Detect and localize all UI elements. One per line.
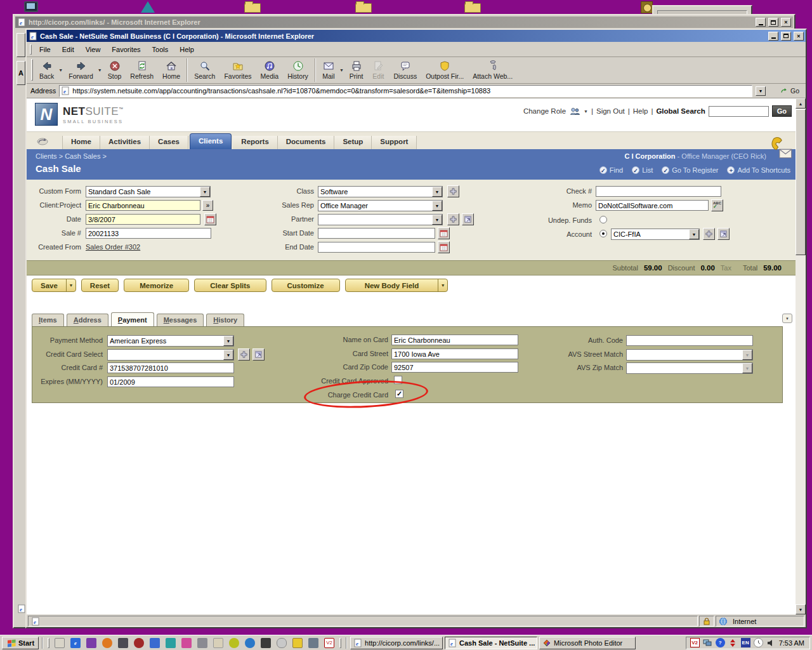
quick-launch-icon-clock[interactable] xyxy=(229,638,239,648)
quick-launch-icon-internet-explorer[interactable]: e xyxy=(70,638,81,648)
start-button[interactable]: Start xyxy=(2,637,39,649)
refresh-button[interactable]: Refresh xyxy=(126,57,158,83)
menu-tools[interactable]: Tools xyxy=(147,44,174,55)
desktop-folder-icon[interactable] xyxy=(464,3,481,13)
find-link[interactable]: ✓Find xyxy=(599,166,623,174)
sales-rep-select[interactable]: Office Manager▼ xyxy=(318,200,443,211)
help-link[interactable]: Help xyxy=(633,107,648,115)
quick-launch-icon-my-computer[interactable] xyxy=(308,638,318,648)
scroll-up-arrow[interactable]: ▲ xyxy=(796,98,806,109)
tray-help-icon[interactable]: ? xyxy=(716,638,725,647)
my-computer-desktop-icon[interactable] xyxy=(24,1,38,12)
save-dropdown-arrow[interactable]: ▼ xyxy=(66,279,75,291)
desktop-folder-icon[interactable] xyxy=(244,3,261,13)
go-to-register-link[interactable]: ✓Go To Register xyxy=(662,166,718,174)
avs-zip-match-select[interactable]: ▼ xyxy=(626,362,753,374)
partner-popup-button[interactable] xyxy=(462,213,474,225)
subtab-payment[interactable]: Payment xyxy=(111,312,154,327)
tab-documents[interactable]: Documents xyxy=(278,136,335,149)
partner-select[interactable]: ▼ xyxy=(318,214,443,225)
quick-launch-icon-firefox[interactable] xyxy=(102,638,112,648)
quick-launch-icon-window[interactable] xyxy=(150,638,160,648)
subtab-address[interactable]: Address xyxy=(67,314,108,327)
quick-launch-icon-tools[interactable] xyxy=(261,638,271,648)
maximize-button[interactable] xyxy=(781,32,791,41)
home-button[interactable]: Home xyxy=(158,57,185,83)
menu-favorites[interactable]: Favorites xyxy=(106,44,146,55)
client-project-input[interactable] xyxy=(86,200,200,211)
tray-antivirus-icon[interactable]: V2 xyxy=(690,638,700,647)
start-date-input[interactable] xyxy=(318,228,435,239)
address-dropdown-arrow[interactable]: ▼ xyxy=(756,86,766,96)
quick-launch-icon-folder[interactable] xyxy=(292,638,303,648)
reset-button[interactable]: Reset xyxy=(81,279,119,292)
forward-dropdown-arrow[interactable]: ▼ xyxy=(98,57,103,83)
end-date-input[interactable] xyxy=(318,242,435,253)
search-button[interactable]: Search xyxy=(190,57,219,83)
stop-button[interactable]: Stop xyxy=(103,57,126,83)
netsuite-logo-icon[interactable]: N xyxy=(35,103,58,126)
maximize-button[interactable] xyxy=(768,18,778,27)
tab-clients[interactable]: Clients xyxy=(190,133,232,149)
tray-updown-arrows-icon[interactable] xyxy=(728,638,738,647)
menu-help[interactable]: Help xyxy=(174,44,200,55)
quick-launch-icon-heart[interactable] xyxy=(134,638,144,648)
created-from-link[interactable]: Sales Order #302 xyxy=(86,243,140,251)
check-number-input[interactable] xyxy=(596,186,721,197)
taskbar-task-cash-sale[interactable]: e Cash Sale - NetSuite ... xyxy=(445,637,537,649)
credit-card-select[interactable]: ▼ xyxy=(107,349,234,361)
new-body-field-button[interactable]: New Body Field▼ xyxy=(345,279,449,292)
avs-street-match-select[interactable]: ▼ xyxy=(626,349,753,361)
scroll-down-arrow[interactable]: ▼ xyxy=(796,604,806,614)
tab-reports[interactable]: Reports xyxy=(233,136,277,149)
quick-launch-icon-messenger[interactable] xyxy=(245,638,255,648)
menu-edit[interactable]: Edit xyxy=(56,44,80,55)
tray-network-icon[interactable] xyxy=(703,638,712,647)
tab-support[interactable]: Support xyxy=(372,136,417,149)
back-button[interactable]: Back xyxy=(35,57,58,83)
add-to-shortcuts-link[interactable]: +Add To Shortcuts xyxy=(727,166,790,174)
back-dropdown-arrow[interactable]: ▼ xyxy=(58,57,64,83)
account-popup-button[interactable] xyxy=(717,228,730,240)
collapse-subtab-button[interactable]: ▼ xyxy=(782,314,792,323)
new-body-field-dropdown-arrow[interactable]: ▼ xyxy=(438,279,447,291)
change-role-link[interactable]: Change Role xyxy=(523,107,566,115)
address-input[interactable]: e https://system.netsuite.com/app/accoun… xyxy=(59,85,752,97)
desktop-clock-icon[interactable] xyxy=(641,1,653,13)
credit-card-number-input[interactable] xyxy=(107,362,234,373)
global-search-input[interactable] xyxy=(709,106,769,117)
history-button[interactable]: History xyxy=(283,57,313,83)
date-input[interactable] xyxy=(86,214,200,225)
menu-file[interactable]: File xyxy=(34,44,56,55)
tab-cases[interactable]: Cases xyxy=(150,136,188,149)
page-scrollbar[interactable]: ▲ ▼ xyxy=(796,98,806,614)
expires-input[interactable] xyxy=(107,376,234,387)
attach-web-button[interactable]: Attach Web... xyxy=(468,57,517,83)
go-button[interactable]: Go xyxy=(777,86,802,96)
desktop-icon-sail[interactable] xyxy=(141,1,155,13)
class-select[interactable]: Software▼ xyxy=(318,186,443,197)
minimize-button[interactable] xyxy=(756,18,766,27)
card-zip-input[interactable] xyxy=(391,362,518,373)
credit-card-add-button[interactable] xyxy=(238,348,250,361)
taskbar-task-photo-editor[interactable]: Microsoft Photo Editor xyxy=(539,637,636,649)
memo-spellcheck-button[interactable]: ABC✓ xyxy=(711,199,723,211)
sale-number-input[interactable] xyxy=(86,228,211,239)
titlebar[interactable]: e Cash Sale - NetSuite Small Business (C… xyxy=(27,30,806,42)
quick-launch-icon-computer[interactable] xyxy=(197,638,207,648)
scrollbar-thumb[interactable] xyxy=(796,109,806,255)
partner-add-button[interactable] xyxy=(447,213,459,225)
change-role-dropdown-arrow[interactable]: ▼ xyxy=(584,109,588,114)
account-radio[interactable] xyxy=(599,230,607,237)
tab-home[interactable]: Home xyxy=(62,136,100,149)
phone-mail-icon[interactable] xyxy=(769,136,793,159)
account-select[interactable]: CIC-FfIA▼ xyxy=(611,229,700,240)
quick-launch-icon-antivirus-v2[interactable]: V2 xyxy=(324,638,334,648)
menu-grip[interactable] xyxy=(30,44,32,55)
refresh-swirl-icon[interactable] xyxy=(34,135,51,147)
clear-splits-button[interactable]: Clear Splits xyxy=(194,279,266,292)
tray-scheduler-icon[interactable] xyxy=(754,638,763,647)
global-search-go-button[interactable]: Go xyxy=(772,105,792,117)
print-button[interactable]: Print xyxy=(345,57,368,83)
save-button[interactable]: Save▼ xyxy=(32,279,76,292)
